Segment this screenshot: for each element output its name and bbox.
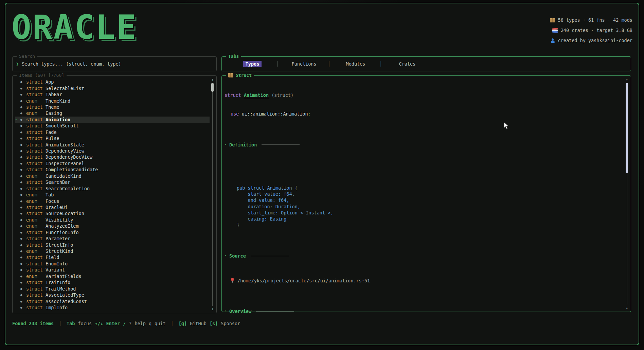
tab-label: Modules <box>346 61 365 67</box>
items-scrollbar-thumb[interactable] <box>211 83 214 92</box>
bullet-icon: ● <box>20 155 26 159</box>
status-segment: ↑/↓ <box>95 321 103 326</box>
item-kind: struct <box>26 129 46 135</box>
list-item[interactable]: ▸ ● enum ThemeKind <box>15 98 210 104</box>
items-scrollbar[interactable]: ↑ ↓ <box>210 78 215 311</box>
item-name: Visibility <box>46 217 73 223</box>
list-item[interactable]: ▸ ● struct AnimationState <box>15 141 210 147</box>
list-item[interactable]: ▸ ● struct StructInfo <box>15 242 210 248</box>
item-name: StructKind <box>46 248 73 254</box>
tab[interactable]: Modules │ <box>330 61 381 67</box>
item-name: OracleUi <box>46 205 68 210</box>
item-kind: enum <box>26 98 46 104</box>
section-definition: ‣ Definition <box>225 142 622 148</box>
list-item[interactable]: ▸ ● struct SmoothScroll <box>15 123 210 129</box>
person-icon <box>551 38 555 43</box>
status-segment: GitHub <box>190 321 207 326</box>
code-line: start_value: f64, <box>237 191 622 197</box>
items-panel: Items (60) [7/60] ▸ ● struct App ▸ ● str… <box>12 75 217 313</box>
struct-name[interactable]: Animation <box>244 92 269 98</box>
list-item[interactable]: ▸ ● struct TraitMethod <box>15 285 210 292</box>
list-item[interactable]: ▸ ● enum Easing <box>15 110 210 116</box>
item-name: Fade <box>46 129 57 135</box>
item-kind: enum <box>26 248 46 254</box>
item-kind: struct <box>26 230 46 235</box>
item-kind: struct <box>26 148 46 154</box>
list-item[interactable]: ▸ ● struct Animation <box>15 117 210 123</box>
list-item[interactable]: ▸ ● enum Visibility <box>15 217 210 223</box>
item-name: AnimationState <box>46 142 84 147</box>
list-item[interactable]: ▸ ● struct DependencyDocView <box>15 154 210 160</box>
list-item[interactable]: ▸ ● struct Fade <box>15 129 210 135</box>
struct-signature: struct Animation (struct) <box>225 92 622 98</box>
bullet-icon: ● <box>20 162 26 165</box>
list-item[interactable]: ▸ ● struct SelectableList <box>15 85 210 91</box>
list-item[interactable]: ▸ ● struct ImplInfo <box>15 304 210 311</box>
list-item[interactable]: ▸ ● struct Theme <box>15 104 210 110</box>
section-arrow-icon: ‣ <box>225 308 227 314</box>
list-item[interactable]: ▸ ● struct Pulse <box>15 135 210 141</box>
list-item[interactable]: ▸ ● struct Variant <box>15 267 210 273</box>
list-item[interactable]: ▸ ● struct OracleUi <box>15 204 210 210</box>
list-item[interactable]: ▸ ● enum Focus <box>15 198 210 204</box>
source-path[interactable]: /home/yks/projects/oracle/src/ui/animati… <box>237 278 370 284</box>
bullet-icon: ● <box>20 306 26 309</box>
scroll-up-icon[interactable]: ↑ <box>625 77 629 82</box>
list-item[interactable]: ▸ ● struct SearchCompletion <box>15 185 210 191</box>
item-kind: struct <box>26 267 46 273</box>
search-input[interactable] <box>22 61 213 67</box>
item-kind: struct <box>26 292 46 298</box>
tab[interactable]: Functions │ <box>278 61 330 67</box>
list-item[interactable]: ▸ ● struct EnumInfo <box>15 261 210 267</box>
item-kind: struct <box>26 161 46 166</box>
struct-detail-content: struct Animation (struct) use ui::animat… <box>222 76 631 350</box>
list-item[interactable]: ▸ ● struct CompletionCandidate <box>15 167 210 173</box>
item-name: CandidateKind <box>46 173 82 179</box>
list-item[interactable]: ▸ ● enum VariantFields <box>15 273 210 279</box>
scroll-up-icon[interactable]: ↑ <box>210 77 215 82</box>
list-item[interactable]: ▸ ● struct Field <box>15 254 210 260</box>
status-segment: │ <box>171 321 174 326</box>
item-kind: struct <box>26 79 46 85</box>
tab-label: Functions <box>291 61 316 67</box>
detail-scrollbar-thumb[interactable] <box>626 83 628 173</box>
list-item[interactable]: ▸ ● enum CandidateKind <box>15 173 210 179</box>
selection-arrow-icon: ▸ <box>15 118 20 121</box>
detail-scrollbar[interactable]: ↑ ↓ <box>625 78 629 309</box>
bullet-icon: ● <box>20 256 26 259</box>
list-item[interactable]: ▸ ● enum AnalyzedItem <box>15 223 210 229</box>
list-item[interactable]: ▸ ● struct TraitInfo <box>15 279 210 285</box>
list-item[interactable]: ▸ ● struct App <box>15 79 210 85</box>
list-item[interactable]: ▸ ● enum Tab <box>15 192 210 198</box>
search-panel: Search ❯ <box>12 56 217 71</box>
list-item[interactable]: ▸ ● enum StructKind <box>15 248 210 254</box>
list-item[interactable]: ▸ ● struct FunctionInfo <box>15 229 210 235</box>
list-item[interactable]: ▸ ● struct SourceLocation <box>15 210 210 216</box>
item-kind: struct <box>26 154 46 160</box>
package-icon <box>228 73 233 77</box>
tabs-panel: Tabs Types │ Functions │ Modules │ <box>221 56 631 71</box>
stat-text: 240 crates · target 3.8 GB <box>561 28 632 33</box>
scroll-down-icon[interactable]: ↓ <box>625 305 629 310</box>
list-item[interactable]: ▸ ● struct InspectorPanel <box>15 160 210 167</box>
app-window: ORACLE 58 types · 61 fns · 42 mods 240 c… <box>5 3 639 345</box>
items-list: ▸ ● struct App ▸ ● struct SelectableList… <box>13 76 216 311</box>
item-name: TraitMethod <box>46 286 76 292</box>
item-name: Variant <box>46 267 65 273</box>
list-item[interactable]: ▸ ● struct SearchBar <box>15 179 210 185</box>
list-item[interactable]: ▸ ● struct Parameter <box>15 235 210 242</box>
list-item[interactable]: ▸ ● struct TabBar <box>15 91 210 98</box>
list-item[interactable]: ▸ ● struct DependencyView <box>15 148 210 154</box>
code-line: end_value: f64, <box>237 197 622 203</box>
list-item[interactable]: ▸ ● struct AssociatedType <box>15 292 210 298</box>
item-kind: struct <box>26 255 46 260</box>
tab[interactable]: Types │ <box>227 61 278 67</box>
bullet-icon: ● <box>20 231 26 234</box>
status-segment: Sponsor <box>221 321 240 326</box>
tab[interactable]: Crates │ <box>381 61 433 67</box>
status-segment: focus <box>78 321 92 326</box>
scroll-down-icon[interactable]: ↓ <box>210 307 215 311</box>
list-item[interactable]: ▸ ● struct AssociatedConst <box>15 298 210 304</box>
stat-text: created by yashksaini-coder <box>558 38 632 43</box>
item-name: DependencyView <box>46 148 84 154</box>
